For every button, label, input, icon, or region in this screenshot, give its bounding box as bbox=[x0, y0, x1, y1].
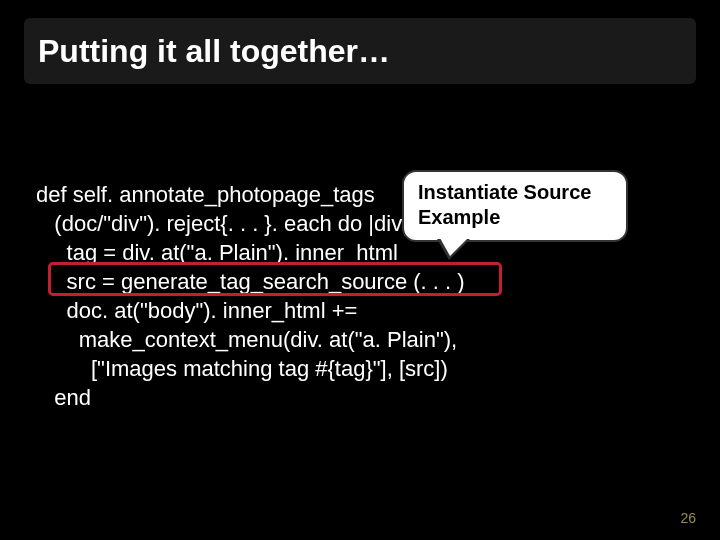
code-line: (doc/"div"). reject{. . . }. each do |di… bbox=[36, 211, 408, 236]
callout-line2: Example bbox=[418, 205, 612, 230]
code-line: end bbox=[36, 385, 91, 410]
callout-line1: Instantiate Source bbox=[418, 180, 612, 205]
code-line: doc. at("body"). inner_html += bbox=[36, 298, 357, 323]
slide-title: Putting it all together… bbox=[38, 33, 390, 70]
callout-bubble: Instantiate Source Example bbox=[402, 170, 628, 242]
code-line: def self. annotate_photopage_tags bbox=[36, 182, 375, 207]
page-number: 26 bbox=[680, 510, 696, 526]
code-block: def self. annotate_photopage_tags (doc/"… bbox=[36, 180, 465, 412]
title-bar: Putting it all together… bbox=[24, 18, 696, 84]
code-line: make_context_menu(div. at("a. Plain"), bbox=[36, 327, 457, 352]
code-line: src = generate_tag_search_source (. . . … bbox=[36, 269, 465, 294]
code-line: tag = div. at("a. Plain"). inner_html bbox=[36, 240, 398, 265]
code-line: ["Images matching tag #{tag}"], [src]) bbox=[36, 356, 448, 381]
